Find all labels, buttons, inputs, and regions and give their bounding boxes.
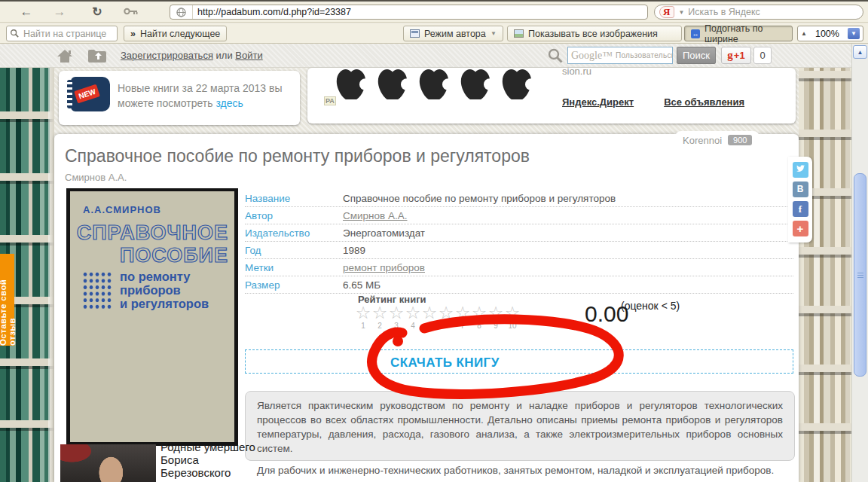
new-badge: NEW: [74, 84, 100, 104]
login-link[interactable]: Войти: [235, 50, 262, 61]
yandex-dropdown-caret-icon[interactable]: ▼: [678, 9, 684, 16]
forward-icon[interactable]: →: [50, 5, 69, 20]
news-teaser-photo[interactable]: [60, 444, 156, 482]
book-description: Является практическим руководством по ре…: [245, 391, 795, 461]
ad-banner[interactable]: sion.ru РА Яндекс.ДиректВсе объявления: [307, 68, 796, 124]
star-icon: ☆: [504, 304, 521, 321]
all-ads-link[interactable]: Все объявления: [664, 96, 744, 108]
apple-logo-icon: [335, 68, 367, 99]
site-search-icon[interactable]: [548, 48, 563, 66]
cover-subtitle-line2: приборов: [120, 283, 181, 297]
twitter-icon[interactable]: [793, 162, 808, 178]
show-images-label: Показывать все изображения: [528, 29, 658, 39]
reload-icon[interactable]: ↻: [87, 5, 107, 19]
google-custom-search-input[interactable]: Google™ Пользовательский: [567, 47, 673, 64]
star-button[interactable]: ☆9: [487, 304, 504, 330]
browser-window: { "icons": { "back": "←", "forward": "→"…: [0, 0, 868, 482]
register-link[interactable]: Зарегистрироваться: [121, 50, 213, 61]
star-button[interactable]: ☆8: [471, 304, 487, 330]
cover-title-line2: ПОСОБИЕ: [120, 244, 228, 267]
zoom-increase-icon[interactable]: ▲: [801, 30, 807, 37]
tag-link[interactable]: ремонт приборов: [343, 262, 425, 273]
apple-logo-icon: [418, 68, 450, 99]
rating-note: (оценок < 5): [621, 300, 680, 312]
fit-width-icon: ↔: [691, 29, 700, 38]
new-books-line1: Новые книги за 22 марта 2013 вы: [118, 82, 282, 94]
google-plus-g-icon: g: [727, 49, 733, 62]
star-button[interactable]: ☆3: [388, 304, 405, 330]
ad-apple-logos: [335, 68, 533, 99]
cover-title-line1: СПРАВОЧНОЕ: [77, 221, 228, 245]
address-bar[interactable]: [170, 5, 648, 20]
zoom-dropdown-icon[interactable]: ▼: [848, 28, 860, 39]
url-input[interactable]: [193, 6, 647, 18]
zoom-control[interactable]: ▲ 100% ▼: [797, 26, 863, 41]
apple-logo-icon: [501, 68, 533, 99]
search-icon: [10, 27, 19, 41]
detail-value: 6.65 МБ: [343, 279, 381, 291]
page-viewport: Зарегистрироваться или Войти Google™ Пол…: [0, 44, 868, 482]
table-row: Размер 6.65 МБ: [245, 276, 793, 294]
key-icon[interactable]: [124, 5, 139, 19]
author-link[interactable]: Смирнов А.А.: [343, 210, 407, 221]
yandex-search-input[interactable]: [688, 7, 858, 17]
scrollbar-thumb[interactable]: [854, 173, 866, 377]
star-button[interactable]: ☆6: [438, 304, 454, 330]
yandex-search-bar[interactable]: Я ▼: [654, 5, 863, 20]
star-button[interactable]: ☆2: [371, 304, 388, 330]
description-paragraph: Является практическим руководством по ре…: [257, 398, 783, 456]
vk-icon[interactable]: В: [793, 182, 808, 197]
google-plus-one-button[interactable]: g +1: [721, 47, 751, 64]
auth-links: Зарегистрироваться или Войти: [121, 50, 263, 61]
back-icon[interactable]: ←: [17, 5, 36, 20]
table-row: Метки ремонт приборов: [245, 259, 793, 276]
vertical-scrollbar[interactable]: ▲: [851, 44, 868, 482]
star-button[interactable]: ☆5: [421, 304, 438, 330]
new-books-line2: можете посмотреть: [118, 97, 215, 109]
author-mode-dropdown[interactable]: Режим автора ▼: [403, 26, 503, 41]
star-button[interactable]: ☆1: [355, 304, 371, 330]
google-watermark: Пользовательский: [616, 51, 673, 59]
find-on-page-field[interactable]: [6, 26, 118, 41]
fit-width-button[interactable]: ↔ Подогнать по ширине: [684, 26, 793, 41]
find-next-button[interactable]: » Найти следующее: [124, 26, 227, 41]
author-mode-icon: [410, 29, 420, 38]
show-images-button[interactable]: Показывать все изображения: [507, 26, 682, 41]
user-score-badge: 900: [728, 135, 752, 145]
cover-author-text: А.А.СМИРНОВ: [83, 204, 161, 215]
find-next-label: Найти следующее: [140, 29, 220, 39]
table-row: Название Справочное пособие по ремонту п…: [245, 190, 793, 207]
star-icon: ☆: [487, 304, 504, 321]
star-button[interactable]: ☆7: [454, 304, 471, 330]
detail-value: Справочное пособие по ремонту приборов и…: [343, 193, 616, 204]
feedback-tab[interactable]: Оставьте свой отзыв: [0, 254, 14, 346]
ad-links: Яндекс.ДиректВсе объявления: [562, 96, 775, 108]
facebook-icon[interactable]: f: [793, 201, 808, 217]
yandex-direct-link[interactable]: Яндекс.Директ: [562, 96, 634, 108]
site-header: Зарегистрироваться или Войти Google™ Пол…: [0, 44, 851, 68]
upload-folder-icon[interactable]: [87, 48, 107, 66]
user-badge[interactable]: Korennoi 900: [675, 131, 760, 149]
page-title: Справочное пособие по ремонту приборов и…: [65, 146, 530, 166]
star-icon: ☆: [405, 304, 421, 321]
star-icon: ☆: [421, 304, 438, 321]
site-search-button[interactable]: Поиск: [677, 47, 716, 64]
download-label: СКАЧАТЬ КНИГУ: [390, 355, 500, 371]
new-books-here-link[interactable]: здесь: [215, 97, 243, 109]
google-plus-icon[interactable]: +: [793, 221, 808, 236]
ad-site-text: sion.ru: [562, 66, 591, 77]
page-author: Смирнов А.А.: [65, 172, 127, 183]
download-button[interactable]: СКАЧАТЬ КНИГУ: [245, 349, 793, 374]
new-books-text: Новые книги за 22 марта 2013 вы можете п…: [118, 81, 282, 111]
star-button[interactable]: ☆4: [405, 304, 421, 330]
scroll-up-button[interactable]: ▲: [853, 45, 867, 59]
star-button[interactable]: ☆10: [504, 304, 521, 330]
plus-one-counter: 0: [753, 47, 772, 64]
star-icon: ☆: [471, 304, 487, 321]
cover-subtitle-line3: и регуляторов: [120, 297, 209, 311]
new-books-banner: NEW Новые книги за 22 марта 2013 вы може…: [59, 71, 300, 125]
news-teaser-link[interactable]: Родные умершего Бориса Березовского выда…: [160, 441, 264, 482]
detail-label: Название: [245, 193, 343, 204]
home-icon[interactable]: [56, 48, 74, 66]
book-cover-image: А.А.СМИРНОВ СПРАВОЧНОЕ ПОСОБИЕ по ремонт…: [66, 188, 238, 446]
